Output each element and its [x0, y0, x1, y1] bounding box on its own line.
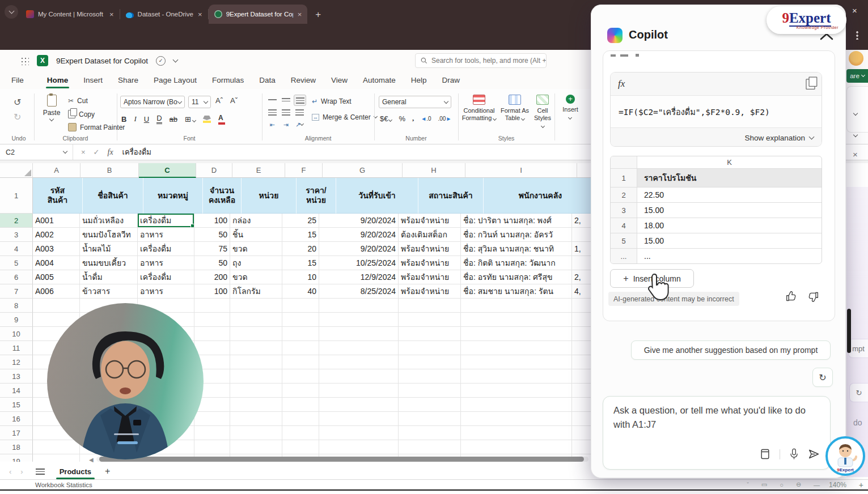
cell[interactable] [319, 412, 399, 426]
search-input[interactable]: Search for tools, help, and more (Alt + … [415, 53, 547, 68]
prev-sheet-icon[interactable]: ‹ [9, 467, 11, 476]
cell[interactable] [461, 369, 572, 384]
cell[interactable]: ข้าวสาร [80, 284, 138, 299]
app-launcher-icon[interactable] [20, 57, 29, 65]
cell[interactable]: ชิ้น [230, 228, 282, 242]
cell[interactable] [282, 426, 319, 440]
cell[interactable] [230, 369, 282, 384]
next-sheet-icon[interactable]: › [20, 467, 23, 476]
share-button[interactable]: are [846, 69, 868, 83]
browser-tab[interactable]: Dataset - OneDrive× [120, 5, 208, 24]
cell[interactable]: 9/20/2024 [319, 228, 399, 242]
sheet-tab-products[interactable]: Products [58, 465, 92, 478]
keyboard-icon[interactable]: ▭ [761, 481, 767, 488]
conditional-formatting-button[interactable]: ConditionalFormatting [461, 95, 497, 122]
table-header-cell[interactable]: ชื่อสินค้า [83, 178, 143, 214]
increase-font-icon[interactable]: Aˆ [215, 96, 223, 105]
cell[interactable] [399, 384, 461, 398]
row-number[interactable]: 4 [0, 242, 33, 256]
cell[interactable]: ชื่อ: สมชาย นามสกุล: รัตน [461, 284, 572, 299]
thumbs-down-icon[interactable] [807, 291, 819, 303]
cell[interactable]: A003 [33, 242, 80, 256]
bottom-align-icon[interactable] [294, 95, 306, 106]
row-number[interactable]: 13 [0, 369, 33, 384]
all-sheets-icon[interactable] [36, 469, 45, 475]
column-header-I[interactable]: I [465, 163, 577, 178]
cell[interactable]: เครื่องดื่ม [138, 242, 194, 256]
font-color-button[interactable]: A [218, 114, 225, 125]
cell[interactable] [282, 369, 319, 384]
cell[interactable] [399, 299, 461, 313]
row-number[interactable]: 6 [0, 270, 33, 284]
column-header-F[interactable]: F [285, 163, 323, 178]
cell[interactable] [282, 398, 319, 412]
cell[interactable] [230, 355, 282, 369]
cell[interactable]: ชื่อ: สุวิมล นามสกุล: ชนาทิ [461, 242, 572, 256]
cell[interactable]: 15 [282, 256, 319, 270]
cell[interactable]: ขวด [230, 270, 282, 284]
browser-tab[interactable]: 9Expert Dataset for Copilot.xlsx× [209, 5, 308, 24]
select-all-corner[interactable] [0, 163, 33, 178]
browser-tab[interactable]: My Content | Microsoft 365× [20, 5, 120, 24]
suggestion-pill[interactable]: Give me another suggestion based on my p… [631, 340, 831, 360]
cell[interactable] [399, 440, 461, 454]
cell[interactable] [319, 426, 399, 440]
cell[interactable] [282, 313, 319, 327]
accessibility-icon[interactable]: ○ [780, 482, 784, 488]
cut-button[interactable]: ✂Cut [68, 97, 88, 105]
underline-button[interactable]: U [144, 115, 149, 124]
cell[interactable]: 40 [282, 284, 319, 299]
cell[interactable] [194, 412, 230, 426]
cell[interactable]: ชื่อ: กวินท์ นามสกุล: อัครวั [461, 228, 572, 242]
cell[interactable]: ชื่อ: กิตติ นามสกุล: วัฒนาก [461, 256, 572, 270]
table-header-cell[interactable]: สถานะสินค้า [418, 178, 484, 214]
column-header-D[interactable]: D [196, 163, 232, 178]
row-number[interactable]: 10 [0, 327, 33, 341]
cell[interactable]: 75 [194, 242, 230, 256]
cell[interactable] [461, 426, 572, 440]
cell[interactable]: 200 [194, 270, 230, 284]
cell[interactable] [33, 440, 80, 454]
table-header-cell[interactable]: วันที่รับเข้า [336, 178, 418, 214]
decrease-indent-icon[interactable]: ⇤ [266, 120, 278, 130]
cell[interactable]: ต้องเติมสต็อก [399, 228, 461, 242]
cell[interactable]: กิโลกรัม [230, 284, 282, 299]
row-number[interactable]: 1 [0, 178, 33, 214]
menu-tab-review[interactable]: Review [291, 76, 316, 84]
column-header-G[interactable]: G [323, 163, 403, 178]
workbook-title[interactable]: 9Expert Dataset for Copilot [56, 57, 148, 65]
cell[interactable] [399, 355, 461, 369]
copy-formula-icon[interactable] [806, 79, 815, 90]
cell[interactable]: พร้อมจำหน่าย [399, 242, 461, 256]
cell-styles-button[interactable]: CellStyles [532, 95, 553, 130]
cell[interactable] [319, 355, 399, 369]
zoom-level[interactable]: 140% [829, 481, 846, 489]
horizontal-scrollbar-thumb[interactable] [99, 457, 584, 462]
cell[interactable]: A004 [33, 256, 80, 270]
table-header-cell[interactable]: หน่วย [242, 178, 297, 214]
preview-cell[interactable]: ... [637, 249, 822, 263]
cell[interactable] [230, 313, 282, 327]
cell[interactable] [194, 327, 230, 341]
preview-cell[interactable]: ราคาโปรโมชัน [637, 169, 822, 187]
percent-format-icon[interactable]: % [399, 114, 405, 123]
format-as-table-button[interactable]: Format AsTable [499, 95, 531, 122]
cell[interactable] [461, 398, 572, 412]
cell[interactable]: 10/25/2024 [319, 256, 399, 270]
cell[interactable]: ถุง [230, 256, 282, 270]
redo-icon[interactable]: ↻ [14, 112, 21, 122]
chevron-down-icon[interactable] [173, 57, 179, 63]
cell[interactable] [282, 341, 319, 355]
cell[interactable]: 15 [282, 228, 319, 242]
cell[interactable] [230, 440, 282, 454]
formula-content[interactable]: เครื่องดื่ม [122, 146, 151, 158]
menu-tab-home[interactable]: Home [47, 76, 69, 84]
close-tab-icon[interactable]: × [109, 11, 114, 18]
cell[interactable] [461, 299, 572, 313]
table-header-cell[interactable]: หมวดหมู่ [143, 178, 203, 214]
font-name-select[interactable]: Aptos Narrow (Bo... [120, 96, 185, 108]
name-box[interactable]: C2 [0, 144, 73, 160]
active-cell-C2[interactable]: เครื่องดื่ม [138, 214, 194, 228]
cell[interactable]: 12/9/2024 [319, 270, 399, 284]
cell[interactable] [461, 412, 572, 426]
